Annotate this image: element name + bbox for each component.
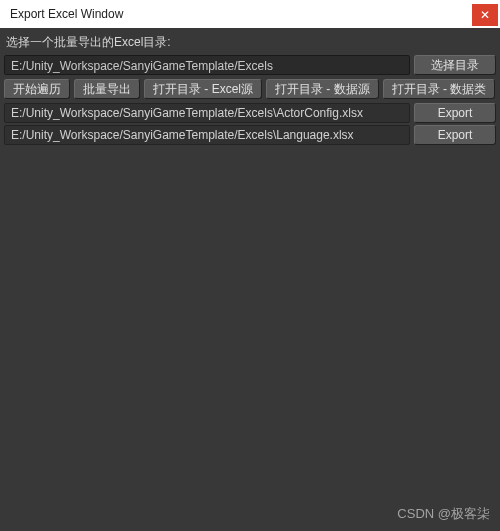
select-directory-button[interactable]: 选择目录 [414,55,496,75]
titlebar: Export Excel Window ✕ [0,0,500,28]
path-row: E:/Unity_Workspace/SanyiGameTemplate/Exc… [4,55,496,75]
open-data-class-button[interactable]: 打开目录 - 数据类 [383,79,496,99]
file-list: E:/Unity_Workspace/SanyiGameTemplate/Exc… [4,103,496,145]
toolbar-row: 开始遍历 批量导出 打开目录 - Excel源 打开目录 - 数据源 打开目录 … [4,79,496,99]
watermark: CSDN @极客柒 [397,505,490,523]
file-path: E:/Unity_Workspace/SanyiGameTemplate/Exc… [4,125,410,145]
file-path: E:/Unity_Workspace/SanyiGameTemplate/Exc… [4,103,410,123]
export-button[interactable]: Export [414,103,496,123]
choose-dir-label: 选择一个批量导出的Excel目录: [4,32,496,55]
directory-path-field[interactable]: E:/Unity_Workspace/SanyiGameTemplate/Exc… [4,55,410,75]
batch-export-button[interactable]: 批量导出 [74,79,140,99]
export-button[interactable]: Export [414,125,496,145]
file-row: E:/Unity_Workspace/SanyiGameTemplate/Exc… [4,125,496,145]
close-icon: ✕ [480,8,490,22]
open-data-source-button[interactable]: 打开目录 - 数据源 [266,79,379,99]
content-area: 选择一个批量导出的Excel目录: E:/Unity_Workspace/San… [0,28,500,151]
close-button[interactable]: ✕ [472,4,498,26]
start-traverse-button[interactable]: 开始遍历 [4,79,70,99]
file-row: E:/Unity_Workspace/SanyiGameTemplate/Exc… [4,103,496,123]
open-excel-source-button[interactable]: 打开目录 - Excel源 [144,79,262,99]
window-title: Export Excel Window [10,7,123,21]
